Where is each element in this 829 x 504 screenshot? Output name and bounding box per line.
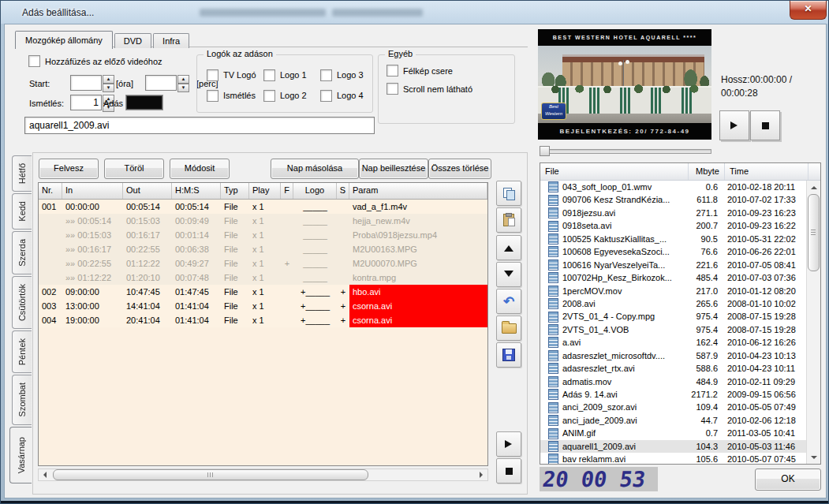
copy-row-button[interactable]	[496, 181, 521, 206]
row-stop-button[interactable]	[496, 458, 521, 483]
schedule-row[interactable]: »» 00:16:1700:22:5500:06:38Filex 1_____M…	[39, 242, 487, 256]
checkbox-box[interactable]	[28, 55, 40, 67]
file-row[interactable]: bav reklamm.avi105.62010-05-07 07:45	[540, 453, 806, 464]
checkbox-box[interactable]	[263, 90, 275, 102]
file-row[interactable]: adasreszlet_rtx.avi588.62010-04-23 10:11	[540, 362, 806, 375]
append-previous-video-checkbox[interactable]: Hozzáfüzés az előző videóhoz	[28, 55, 162, 67]
start-hour-input[interactable]	[70, 75, 102, 91]
schedule-row[interactable]: »» 00:22:5501:12:2200:49:27Filex 1+_____…	[39, 256, 487, 271]
file-row[interactable]: admatis.mov484.92010-02-11 09:29	[540, 375, 806, 388]
file-row[interactable]: anci_jade_2009.avi44.72010-02-06 12:18	[540, 414, 806, 427]
move-up-button[interactable]	[496, 235, 521, 260]
file-row[interactable]: 100525 KaktuszKiallitas_...90.52010-05-3…	[540, 233, 806, 245]
day-tab-Hétfő[interactable]: Hétfő	[12, 155, 32, 192]
start-minute-input[interactable]	[145, 75, 177, 91]
ok-button[interactable]: OK	[755, 469, 821, 491]
schedule-row[interactable]: »» 00:05:1400:15:0300:09:49Filex 1_____h…	[39, 214, 487, 228]
file-row[interactable]: 0918jezsu.avi271.12010-09-23 16:23	[540, 207, 806, 219]
repeat-input[interactable]	[70, 95, 102, 110]
column-header-Param[interactable]: Param	[349, 183, 487, 199]
title-bar[interactable]: Adás beállitása... ✕	[1, 1, 828, 24]
open-file-button[interactable]	[496, 315, 521, 341]
mbyte-column-header[interactable]: Mbyte	[689, 163, 725, 180]
seek-track[interactable]	[540, 149, 711, 154]
column-header-S[interactable]: S	[337, 183, 349, 199]
day-tab-Szerda[interactable]: Szerda	[12, 231, 32, 274]
file-row[interactable]: 100616 NyarVeszelyeiTa...221.62010-07-05…	[540, 259, 806, 271]
minute-down-arrow[interactable]: ▼	[177, 84, 189, 92]
copy-day-button[interactable]: Nap másolása	[271, 159, 359, 179]
file-row[interactable]: 100702Hp_Kesz_Birkozok...485.42010-07-03…	[540, 271, 806, 284]
checkbox-box[interactable]	[386, 83, 398, 95]
file-row[interactable]: adasreszlet_microsoftdv....587.92010-04-…	[540, 349, 806, 362]
tab-Mozgókép állomány[interactable]: Mozgókép állomány	[15, 31, 113, 49]
tab-DVD[interactable]: DVD	[114, 33, 151, 48]
day-tab-Vasárnap[interactable]: Vasárnap	[9, 427, 32, 483]
file-column-header[interactable]: File	[540, 163, 689, 180]
scroll-left-arrow[interactable]	[39, 469, 50, 480]
file-row[interactable]: 0918seta.avi200.72010-09-23 16:22	[540, 219, 806, 232]
close-button[interactable]: ✕	[790, 1, 827, 20]
schedule-row[interactable]: 00100:00:0000:05:1400:05:14Filex 1_____v…	[39, 200, 487, 214]
column-header-Out[interactable]: Out	[123, 183, 172, 199]
file-row[interactable]: 1percMOV.mov217.02010-01-12 08:20	[540, 285, 806, 297]
file-vscrollbar[interactable]	[806, 181, 820, 464]
schedule-row[interactable]: 00313:00:0014:41:0401:41:04Filex 1+_____…	[39, 299, 487, 313]
checkbox-Logo 1[interactable]: Logo 1	[263, 69, 320, 81]
file-row[interactable]: anci_2009_szor.avi109.42010-05-05 07:49	[540, 401, 806, 413]
schedule-row[interactable]: »» 01:12:2201:20:1000:07:48Filex 1_____k…	[39, 271, 487, 285]
undo-button[interactable]: ↶	[496, 289, 521, 314]
column-header-Logo[interactable]: Logo	[293, 183, 337, 199]
checkbox-Ismétlés[interactable]: Ismétlés	[207, 90, 263, 102]
preview-stop-button[interactable]	[750, 110, 780, 140]
file-row[interactable]: ANIM.gif0.72011-03-05 10:41	[540, 427, 806, 439]
file-row[interactable]: a.avi162.42010-06-12 16:26	[540, 336, 806, 349]
checkbox-box[interactable]	[386, 65, 398, 77]
filename-input[interactable]	[24, 117, 375, 134]
file-row[interactable]: Adás 9. 14.avi2171.22009-09-15 06:56	[540, 388, 806, 401]
time-column-header[interactable]: Time	[725, 163, 808, 180]
file-row[interactable]: 2VTS_01_4 - Copy.mpg975.42008-07-15 19:2…	[540, 310, 806, 323]
scroll-up-arrow[interactable]	[807, 181, 820, 192]
file-row[interactable]: 2008.avi265.62008-01-10 10:02	[540, 297, 806, 310]
column-header-H:M:S[interactable]: H:M:S	[172, 183, 221, 199]
day-tab-Péntek[interactable]: Péntek	[12, 330, 32, 373]
column-header-F[interactable]: F	[281, 183, 293, 199]
checkbox-Félkép csere[interactable]: Félkép csere	[386, 65, 514, 77]
vscroll-thumb[interactable]	[808, 194, 820, 271]
schedule-row[interactable]: 00419:00:0020:41:0401:41:04Filex 1+_____…	[39, 313, 487, 327]
hour-up-arrow[interactable]: ▲	[103, 75, 114, 84]
clear-all-button[interactable]: Összes törlése	[428, 159, 491, 179]
move-down-button[interactable]	[496, 262, 521, 287]
scroll-right-arrow[interactable]	[476, 469, 487, 480]
checkbox-Logo 4[interactable]: Logo 4	[320, 90, 377, 102]
schedule-row[interactable]: »» 00:15:0300:16:1700:01:14Filex 1_____P…	[39, 228, 487, 242]
file-row[interactable]: 100608 EgyevesekaSzoci...76.62010-06-26 …	[540, 245, 806, 258]
checkbox-box[interactable]	[207, 69, 218, 81]
column-header-Play[interactable]: Play	[249, 183, 281, 199]
seek-handle[interactable]	[540, 146, 550, 156]
checkbox-Scroll nem látható[interactable]: Scroll nem látható	[386, 83, 514, 95]
tab-Infra[interactable]: Infra	[153, 33, 189, 48]
checkbox-box[interactable]	[207, 90, 218, 102]
checkbox-box[interactable]	[263, 69, 275, 81]
broadcast-color-swatch[interactable]	[125, 95, 163, 110]
checkbox-TV Logó[interactable]: TV Logó	[207, 69, 263, 81]
delete-button[interactable]: Töröl	[104, 159, 164, 179]
save-button[interactable]	[496, 342, 521, 368]
column-header-In[interactable]: In	[62, 183, 123, 199]
paste-day-button[interactable]: Nap beillesztése	[359, 159, 428, 179]
modify-button[interactable]: Módosit	[170, 159, 230, 179]
file-row[interactable]: 090706 Kesz StrandKézia...611.82010-07-0…	[540, 193, 806, 206]
hour-down-arrow[interactable]: ▼	[103, 84, 114, 92]
hscroll-thumb[interactable]	[53, 469, 368, 480]
schedule-row[interactable]: 00209:00:0010:47:4501:47:45Filex 1+_____…	[39, 285, 487, 299]
day-tab-Szombat[interactable]: Szombat	[12, 375, 32, 424]
checkbox-box[interactable]	[320, 90, 332, 102]
minute-up-arrow[interactable]: ▲	[177, 75, 189, 84]
add-button[interactable]: Felvesz	[39, 159, 99, 179]
file-row[interactable]: 2VTS_01_4.VOB975.42008-07-15 19:28	[540, 323, 806, 336]
paste-row-button[interactable]	[496, 207, 521, 233]
checkbox-Logo 3[interactable]: Logo 3	[320, 69, 377, 81]
preview-play-button[interactable]	[719, 110, 749, 140]
